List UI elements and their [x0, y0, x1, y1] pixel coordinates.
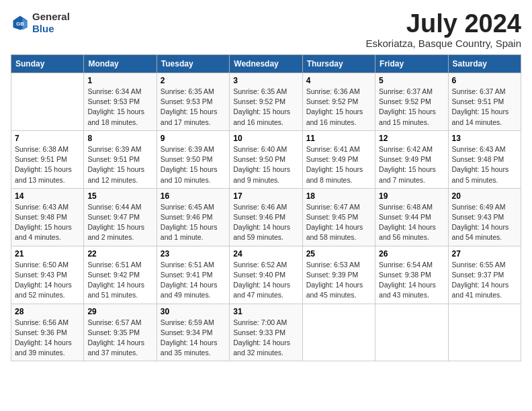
day-number: 1: [87, 76, 152, 85]
logo: GB General Blue: [11, 11, 70, 35]
svg-text:GB: GB: [16, 21, 24, 27]
day-info: Sunrise: 6:40 AM Sunset: 9:50 PM Dayligh…: [233, 144, 298, 185]
calendar-cell: 12Sunrise: 6:42 AM Sunset: 9:49 PM Dayli…: [375, 130, 448, 188]
calendar-cell: 3Sunrise: 6:35 AM Sunset: 9:52 PM Daylig…: [230, 73, 302, 131]
day-info: Sunrise: 6:37 AM Sunset: 9:52 PM Dayligh…: [379, 87, 444, 128]
logo-icon: GB: [11, 13, 30, 32]
calendar-cell: 20Sunrise: 6:49 AM Sunset: 9:43 PM Dayli…: [448, 188, 521, 246]
month-title: July 2024: [365, 11, 521, 36]
day-info: Sunrise: 6:52 AM Sunset: 9:40 PM Dayligh…: [233, 260, 298, 301]
day-info: Sunrise: 6:35 AM Sunset: 9:53 PM Dayligh…: [161, 87, 226, 128]
day-info: Sunrise: 6:42 AM Sunset: 9:49 PM Dayligh…: [379, 144, 444, 185]
header-friday: Friday: [375, 55, 448, 73]
day-number: 10: [233, 134, 298, 143]
day-info: Sunrise: 6:36 AM Sunset: 9:52 PM Dayligh…: [306, 87, 371, 128]
day-info: Sunrise: 6:43 AM Sunset: 9:48 PM Dayligh…: [15, 202, 80, 243]
calendar-cell: 26Sunrise: 6:54 AM Sunset: 9:38 PM Dayli…: [375, 246, 448, 304]
day-info: Sunrise: 6:46 AM Sunset: 9:46 PM Dayligh…: [233, 202, 298, 243]
day-number: 25: [306, 249, 371, 259]
day-number: 18: [306, 191, 371, 201]
day-number: 16: [161, 191, 226, 201]
calendar-cell: 16Sunrise: 6:45 AM Sunset: 9:46 PM Dayli…: [157, 188, 229, 246]
day-info: Sunrise: 6:39 AM Sunset: 9:51 PM Dayligh…: [87, 144, 152, 185]
calendar-cell: 9Sunrise: 6:39 AM Sunset: 9:50 PM Daylig…: [157, 130, 229, 188]
day-number: 3: [233, 76, 298, 85]
calendar-week-2: 7Sunrise: 6:38 AM Sunset: 9:51 PM Daylig…: [11, 130, 521, 188]
day-number: 26: [379, 249, 444, 259]
calendar-cell: 31Sunrise: 7:00 AM Sunset: 9:33 PM Dayli…: [230, 304, 302, 361]
header-monday: Monday: [84, 55, 157, 73]
calendar-cell: 17Sunrise: 6:46 AM Sunset: 9:46 PM Dayli…: [230, 188, 302, 246]
day-info: Sunrise: 6:51 AM Sunset: 9:41 PM Dayligh…: [161, 260, 226, 301]
day-info: Sunrise: 6:45 AM Sunset: 9:46 PM Dayligh…: [161, 202, 226, 243]
day-number: 27: [452, 249, 517, 259]
day-number: 12: [379, 134, 444, 143]
day-info: Sunrise: 6:48 AM Sunset: 9:44 PM Dayligh…: [379, 202, 444, 243]
day-info: Sunrise: 6:44 AM Sunset: 9:47 PM Dayligh…: [87, 202, 152, 243]
day-number: 23: [161, 249, 226, 259]
day-info: Sunrise: 6:51 AM Sunset: 9:42 PM Dayligh…: [87, 260, 152, 301]
logo-general: General: [32, 11, 70, 22]
title-block: July 2024 Eskoriatza, Basque Country, Sp…: [365, 11, 521, 49]
calendar-cell: 10Sunrise: 6:40 AM Sunset: 9:50 PM Dayli…: [230, 130, 302, 188]
day-number: 14: [15, 191, 80, 201]
day-info: Sunrise: 6:57 AM Sunset: 9:35 PM Dayligh…: [87, 318, 152, 359]
day-info: Sunrise: 6:39 AM Sunset: 9:50 PM Dayligh…: [161, 144, 226, 185]
day-number: 8: [87, 134, 152, 143]
calendar-cell: [448, 304, 521, 361]
calendar-cell: 2Sunrise: 6:35 AM Sunset: 9:53 PM Daylig…: [157, 73, 229, 131]
calendar-cell: [375, 304, 448, 361]
day-number: 6: [452, 76, 517, 85]
page-header: GB General Blue July 2024 Eskoriatza, Ba…: [11, 11, 521, 49]
day-number: 31: [233, 307, 298, 316]
calendar-cell: 21Sunrise: 6:50 AM Sunset: 9:43 PM Dayli…: [11, 246, 84, 304]
day-info: Sunrise: 6:37 AM Sunset: 9:51 PM Dayligh…: [452, 87, 517, 128]
day-info: Sunrise: 6:43 AM Sunset: 9:48 PM Dayligh…: [452, 144, 517, 185]
logo-blue: Blue: [32, 23, 54, 34]
calendar-cell: 8Sunrise: 6:39 AM Sunset: 9:51 PM Daylig…: [84, 130, 157, 188]
day-number: 24: [233, 249, 298, 259]
day-number: 13: [452, 134, 517, 143]
calendar-week-1: 1Sunrise: 6:34 AM Sunset: 9:53 PM Daylig…: [11, 73, 521, 131]
calendar-cell: 24Sunrise: 6:52 AM Sunset: 9:40 PM Dayli…: [230, 246, 302, 304]
calendar-cell: 13Sunrise: 6:43 AM Sunset: 9:48 PM Dayli…: [448, 130, 521, 188]
calendar-cell: 30Sunrise: 6:59 AM Sunset: 9:34 PM Dayli…: [157, 304, 229, 361]
day-info: Sunrise: 6:50 AM Sunset: 9:43 PM Dayligh…: [15, 260, 80, 301]
calendar-cell: 25Sunrise: 6:53 AM Sunset: 9:39 PM Dayli…: [302, 246, 375, 304]
calendar-cell: 19Sunrise: 6:48 AM Sunset: 9:44 PM Dayli…: [375, 188, 448, 246]
calendar-cell: 4Sunrise: 6:36 AM Sunset: 9:52 PM Daylig…: [302, 73, 375, 131]
calendar-cell: 29Sunrise: 6:57 AM Sunset: 9:35 PM Dayli…: [84, 304, 157, 361]
day-info: Sunrise: 6:35 AM Sunset: 9:52 PM Dayligh…: [233, 87, 298, 128]
day-number: 28: [15, 307, 80, 316]
calendar-cell: [11, 73, 84, 131]
calendar-cell: 28Sunrise: 6:56 AM Sunset: 9:36 PM Dayli…: [11, 304, 84, 361]
calendar-cell: 6Sunrise: 6:37 AM Sunset: 9:51 PM Daylig…: [448, 73, 521, 131]
day-number: 30: [161, 307, 226, 316]
calendar-cell: 27Sunrise: 6:55 AM Sunset: 9:37 PM Dayli…: [448, 246, 521, 304]
header-saturday: Saturday: [448, 55, 521, 73]
calendar-header-row: SundayMondayTuesdayWednesdayThursdayFrid…: [11, 55, 521, 73]
calendar-cell: 1Sunrise: 6:34 AM Sunset: 9:53 PM Daylig…: [84, 73, 157, 131]
day-info: Sunrise: 6:56 AM Sunset: 9:36 PM Dayligh…: [15, 318, 80, 359]
day-info: Sunrise: 6:49 AM Sunset: 9:43 PM Dayligh…: [452, 202, 517, 243]
day-number: 2: [161, 76, 226, 85]
calendar-cell: [302, 304, 375, 361]
day-number: 22: [87, 249, 152, 259]
day-number: 17: [233, 191, 298, 201]
calendar-cell: 5Sunrise: 6:37 AM Sunset: 9:52 PM Daylig…: [375, 73, 448, 131]
day-number: 29: [87, 307, 152, 316]
header-wednesday: Wednesday: [230, 55, 302, 73]
day-number: 15: [87, 191, 152, 201]
day-number: 9: [161, 134, 226, 143]
calendar-week-5: 28Sunrise: 6:56 AM Sunset: 9:36 PM Dayli…: [11, 304, 521, 361]
header-thursday: Thursday: [302, 55, 375, 73]
calendar-cell: 11Sunrise: 6:41 AM Sunset: 9:49 PM Dayli…: [302, 130, 375, 188]
day-number: 7: [15, 134, 80, 143]
day-info: Sunrise: 6:55 AM Sunset: 9:37 PM Dayligh…: [452, 260, 517, 301]
calendar-cell: 7Sunrise: 6:38 AM Sunset: 9:51 PM Daylig…: [11, 130, 84, 188]
day-number: 11: [306, 134, 371, 143]
day-info: Sunrise: 6:41 AM Sunset: 9:49 PM Dayligh…: [306, 144, 371, 185]
header-tuesday: Tuesday: [157, 55, 229, 73]
day-info: Sunrise: 6:54 AM Sunset: 9:38 PM Dayligh…: [379, 260, 444, 301]
calendar-cell: 14Sunrise: 6:43 AM Sunset: 9:48 PM Dayli…: [11, 188, 84, 246]
